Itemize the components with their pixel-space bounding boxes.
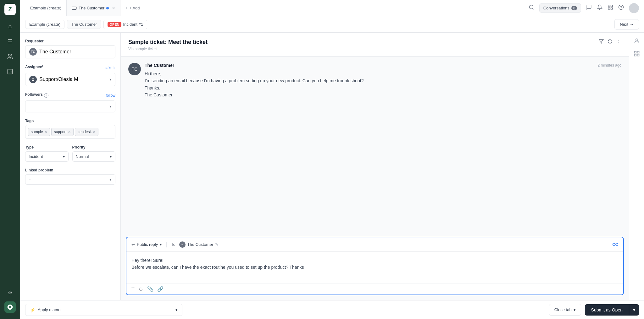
submit-button[interactable]: Submit as Open ▾ (585, 304, 639, 316)
reply-cc-button[interactable]: CC (612, 242, 618, 247)
second-nav: Example (create) The Customer OPEN Incid… (20, 16, 644, 33)
grid-icon[interactable] (608, 4, 613, 12)
filter-icon[interactable] (599, 39, 604, 45)
tab-the-customer[interactable]: The Customer ✕ (67, 0, 120, 16)
assignee-field[interactable]: Support/Olesia M ▾ (25, 73, 115, 86)
nav-actions: Conversations 0 (529, 3, 639, 13)
svg-rect-7 (611, 8, 613, 9)
reply-to-label: To (171, 242, 175, 247)
svg-marker-10 (599, 40, 603, 43)
top-nav: Example (create) The Customer ✕ + + Add … (20, 0, 644, 16)
take-it-link[interactable]: take it (105, 66, 115, 70)
reply-type-button[interactable]: ↩ Public reply ▾ (131, 242, 162, 247)
priority-value: Normal (76, 154, 89, 159)
sidebar-item-reports[interactable] (4, 65, 16, 78)
linked-problem-section: Linked problem - ▾ (25, 168, 115, 185)
message-body: Hi there, I'm sending an email because I… (145, 70, 621, 99)
close-tab-button[interactable]: Close tab ▾ (549, 304, 581, 316)
tab-example-create[interactable]: Example (create) (25, 0, 67, 16)
svg-rect-2 (72, 7, 76, 9)
svg-rect-12 (634, 51, 636, 53)
type-select[interactable]: Incident ▾ (25, 151, 69, 162)
tab-close-icon[interactable]: ✕ (112, 6, 115, 10)
submit-dropdown-icon[interactable]: ▾ (629, 304, 639, 316)
followers-field[interactable]: ▾ (25, 100, 115, 112)
search-icon[interactable] (529, 4, 534, 12)
ticket-title: Sample ticket: Meet the ticket (128, 39, 599, 46)
chat-icon[interactable] (586, 4, 592, 12)
sidebar-item-users[interactable] (4, 50, 16, 63)
message-item: TC The Customer 2 minutes ago Hi there, … (128, 63, 621, 99)
tab-add-button[interactable]: + + Add (120, 0, 145, 16)
message-time: 2 minutes ago (598, 63, 621, 68)
tag-remove-icon[interactable]: ✕ (68, 130, 71, 134)
close-tab-dropdown-icon: ▾ (574, 307, 576, 312)
apps-icon[interactable] (634, 51, 640, 58)
priority-select[interactable]: Normal ▾ (72, 151, 116, 162)
type-priority-row: Type Incident ▾ Priority Normal ▾ (25, 145, 115, 162)
requester-field[interactable]: TC The Customer (25, 45, 115, 58)
sidebar-item-inbox[interactable]: ☰ (4, 35, 16, 48)
linked-problem-field[interactable]: - ▾ (25, 174, 115, 185)
tab-unread-dot (106, 7, 109, 9)
type-value: Incident (29, 154, 43, 159)
linked-problem-value: - (29, 177, 31, 182)
user-profile-icon[interactable] (634, 38, 640, 46)
open-badge: OPEN (108, 22, 121, 27)
logo-icon: Z (8, 6, 12, 13)
user-avatar[interactable] (629, 3, 639, 13)
chevron-right-icon: → (630, 22, 634, 27)
svg-point-9 (32, 78, 34, 79)
linked-problem-label: Linked problem (25, 168, 115, 172)
requester-name: The Customer (39, 49, 71, 55)
message-header: The Customer 2 minutes ago (145, 63, 621, 68)
reply-body[interactable]: Hey there! Sure! Before we escalate, can… (126, 252, 623, 283)
message-content: The Customer 2 minutes ago Hi there, I'm… (145, 63, 621, 99)
message-line-2: I'm sending an email because I'm having … (145, 77, 621, 84)
followers-info-icon[interactable]: i (44, 93, 48, 98)
tags-container[interactable]: sample ✕ support ✕ zendesk ✕ (25, 125, 115, 139)
history-icon[interactable] (608, 39, 613, 45)
type-col: Type Incident ▾ (25, 145, 69, 162)
tab-label: Example (create) (30, 6, 61, 10)
more-icon[interactable]: ⋮ (616, 39, 621, 45)
link-icon[interactable]: 🔗 (157, 286, 164, 292)
breadcrumb-customer[interactable]: The Customer (67, 20, 101, 29)
macro-dropdown-icon: ▾ (175, 307, 178, 312)
attach-icon[interactable]: 📎 (147, 286, 153, 292)
conversations-button[interactable]: Conversations 0 (539, 3, 581, 13)
close-tab-label: Close tab (554, 307, 572, 312)
help-icon[interactable] (618, 4, 624, 12)
macro-icon: ⚡ (30, 307, 35, 312)
edit-recipient-icon[interactable]: ✎ (215, 242, 218, 247)
tag-zendesk: zendesk ✕ (75, 128, 99, 136)
sidebar-item-settings[interactable]: ⚙ (4, 286, 16, 299)
reply-type-dropdown-icon: ▾ (160, 242, 162, 247)
text-format-icon[interactable]: T (131, 286, 135, 292)
emoji-icon[interactable]: ☺ (138, 286, 143, 292)
tag-remove-icon[interactable]: ✕ (93, 130, 96, 134)
tag-sample: sample ✕ (28, 128, 50, 136)
sidebar-item-home[interactable]: ⌂ (4, 20, 16, 33)
breadcrumb-incident[interactable]: OPEN Incident #1 (103, 20, 147, 29)
apply-macro-button[interactable]: ⚡ Apply macro ▾ (25, 304, 182, 316)
plus-icon: + (125, 6, 128, 10)
next-button[interactable]: Next → (614, 19, 639, 30)
followers-label: Followers (25, 92, 43, 97)
follow-link[interactable]: follow (106, 93, 115, 98)
incident-label: Incident #1 (123, 22, 143, 27)
next-label: Next (620, 22, 628, 27)
reply-line-2: Before we escalate, can I have the exact… (131, 264, 618, 271)
sidebar-logo[interactable]: Z (4, 4, 16, 15)
conversations-label: Conversations (543, 6, 569, 10)
tag-remove-icon[interactable]: ✕ (44, 130, 47, 134)
svg-rect-15 (637, 54, 639, 56)
assignee-avatar (29, 76, 37, 83)
assignee-dropdown-icon: ▾ (109, 77, 111, 82)
sidebar-zendesk-logo (4, 301, 16, 313)
bell-icon[interactable] (597, 4, 602, 12)
breadcrumb-example[interactable]: Example (create) (25, 20, 64, 29)
ticket-area: Requester TC The Customer Assignee* take… (20, 33, 644, 300)
assignee-label: Assignee* (25, 65, 43, 69)
svg-rect-13 (637, 51, 639, 53)
